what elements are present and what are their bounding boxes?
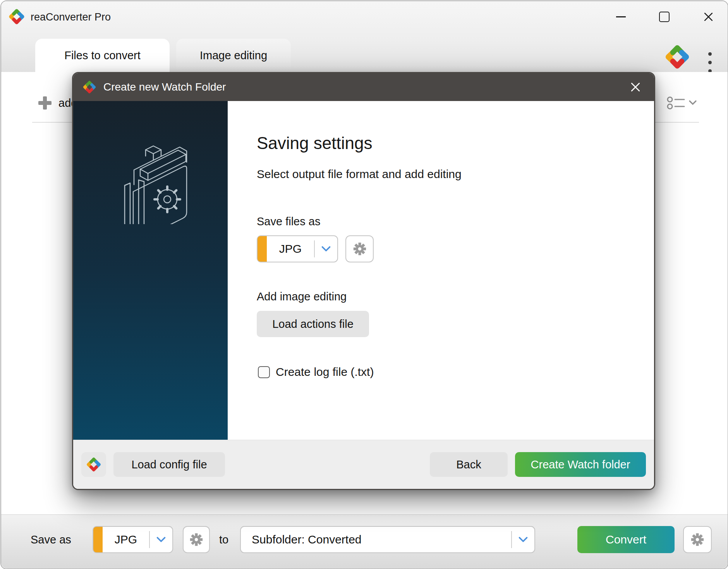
gear-icon bbox=[690, 532, 705, 547]
destination-value: Subfolder: Converted bbox=[241, 533, 511, 546]
convert-settings-button[interactable] bbox=[683, 526, 712, 553]
dialog-close-button[interactable] bbox=[626, 78, 645, 96]
convert-button[interactable]: Convert bbox=[577, 526, 675, 553]
plus-icon bbox=[38, 96, 52, 110]
dialog-illustration-panel bbox=[73, 101, 228, 440]
dialog-content: Saving settings Select output file forma… bbox=[228, 101, 654, 440]
back-button[interactable]: Back bbox=[430, 452, 508, 477]
gear-icon bbox=[189, 532, 204, 547]
create-log-label: Create log file (.txt) bbox=[276, 365, 374, 379]
chevron-down-icon bbox=[512, 537, 534, 542]
chevron-down-icon bbox=[315, 246, 337, 252]
maximize-icon bbox=[659, 12, 670, 22]
app-title: reaConverter Pro bbox=[31, 11, 111, 23]
dialog-logo-button[interactable] bbox=[81, 452, 106, 477]
format-value: JPG bbox=[103, 533, 149, 546]
dialog-body: Saving settings Select output file forma… bbox=[73, 101, 654, 440]
bottom-bar: Save as JPG to Subfolder: Converted Conv… bbox=[1, 514, 728, 569]
output-format-dropdown[interactable]: JPG bbox=[93, 526, 173, 553]
dialog-header: Create new Watch Folder bbox=[73, 73, 654, 101]
create-log-row: Create log file (.txt) bbox=[258, 365, 374, 379]
format-settings-button[interactable] bbox=[183, 526, 210, 553]
dialog-heading: Saving settings bbox=[257, 134, 372, 153]
tab-files-to-convert[interactable]: Files to convert bbox=[35, 39, 170, 72]
dialog-format-dropdown[interactable]: JPG bbox=[257, 235, 338, 262]
create-watch-folder-button[interactable]: Create Watch folder bbox=[515, 452, 646, 477]
destination-dropdown[interactable]: Subfolder: Converted bbox=[240, 526, 535, 553]
load-actions-file-button[interactable]: Load actions file bbox=[257, 311, 369, 337]
to-label: to bbox=[219, 526, 228, 553]
minimize-button[interactable] bbox=[611, 7, 631, 27]
dialog-footer: Load config file Back Create Watch folde… bbox=[73, 440, 654, 489]
app-logo-icon bbox=[82, 80, 96, 94]
format-accent-bar bbox=[93, 527, 103, 552]
create-log-checkbox[interactable] bbox=[258, 366, 270, 378]
dialog-title: Create new Watch Folder bbox=[103, 81, 626, 93]
chevron-down-icon bbox=[150, 537, 172, 542]
tab-label: Files to convert bbox=[64, 49, 141, 62]
add-image-editing-label: Add image editing bbox=[257, 290, 347, 303]
save-files-as-label: Save files as bbox=[257, 215, 320, 228]
load-config-file-button[interactable]: Load config file bbox=[113, 452, 225, 477]
tab-label: Image editing bbox=[200, 49, 267, 62]
app-logo-icon bbox=[86, 457, 101, 472]
folder-gear-illustration-icon bbox=[110, 123, 191, 224]
tab-image-editing[interactable]: Image editing bbox=[176, 39, 291, 72]
maximize-button[interactable] bbox=[654, 7, 674, 27]
dialog-format-settings-button[interactable] bbox=[345, 235, 374, 262]
view-selector-button[interactable] bbox=[666, 95, 699, 110]
gear-icon bbox=[352, 242, 367, 256]
minimize-icon bbox=[616, 16, 626, 17]
dialog-subheading: Select output file format and add editin… bbox=[257, 168, 462, 181]
app-logo-icon bbox=[8, 8, 25, 25]
screen: reaConverter Pro Files to convert Image … bbox=[0, 0, 728, 569]
format-accent-bar bbox=[258, 236, 267, 262]
format-value: JPG bbox=[267, 242, 314, 255]
close-icon bbox=[704, 12, 713, 22]
create-watch-folder-dialog: Create new Watch Folder bbox=[72, 72, 655, 490]
save-as-label: Save as bbox=[31, 526, 71, 553]
close-icon bbox=[630, 82, 640, 92]
close-button[interactable] bbox=[698, 7, 718, 27]
brand-logo-icon bbox=[664, 44, 690, 70]
list-view-icon bbox=[666, 95, 699, 110]
